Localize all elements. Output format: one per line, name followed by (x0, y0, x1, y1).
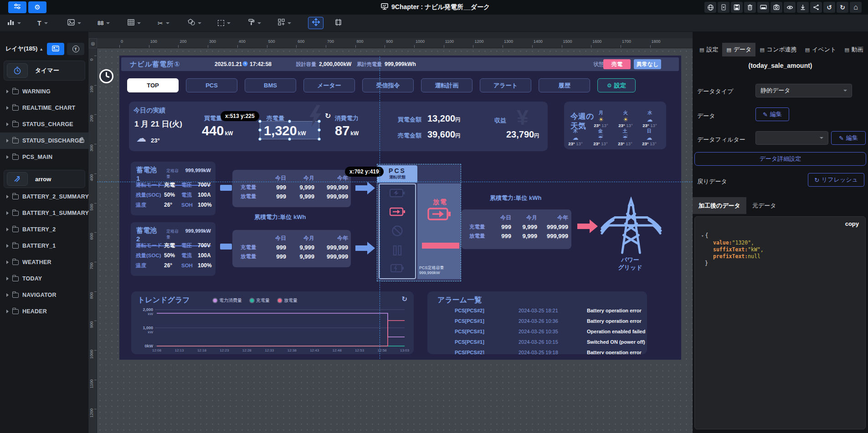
dashboard-tab[interactable]: ⚙ 設定 (597, 78, 636, 92)
inspector-tab[interactable]: ▤ 設定 (695, 43, 722, 56)
lock-icon[interactable] (79, 137, 84, 144)
chevron-right-icon[interactable] (6, 277, 9, 280)
layer-row[interactable]: HEADER (0, 303, 89, 320)
horizontal-ruler[interactable]: 0100200300400500600700800900100011001200… (97, 38, 693, 48)
tool-artboard[interactable] (334, 19, 342, 28)
layer-row[interactable]: REALTIME_CHART (0, 100, 89, 116)
today-panel[interactable]: 今日の実績 1 月 21 日(火) ☁ 23° 買電量 440kW 売電量 1,… (129, 102, 548, 151)
layer-row[interactable]: BATTERY_2 (0, 221, 89, 238)
inspector-tab[interactable]: ▤ イベント (801, 43, 841, 56)
settings-toggle-button[interactable]: ⚙ (28, 1, 46, 13)
refresh-icon[interactable]: ↻ (325, 112, 331, 120)
energy-table-3[interactable]: 今日今月今年 充電量9999,999999,999放電量9999,999999,… (461, 209, 571, 249)
arrow-component-item[interactable]: arrow (4, 170, 85, 188)
chevron-right-icon[interactable] (6, 90, 9, 93)
data-filter-select[interactable] (755, 131, 828, 145)
chevron-right-icon[interactable] (6, 155, 9, 159)
dashboard-tab[interactable]: ⚙ 履歴 (539, 78, 590, 92)
export-excel-icon[interactable] (718, 2, 729, 13)
trend-panel[interactable]: トレンドグラフ 電力消費量充電量放電量 ↻ 2,000kW1,000kW0kW1… (131, 291, 414, 354)
dashboard-tab[interactable]: ⚙ メーター (303, 78, 355, 92)
share-icon[interactable] (810, 2, 822, 13)
tool-table[interactable] (128, 19, 158, 27)
dashboard-tab[interactable]: ⚙ TOP (127, 78, 179, 92)
result-tab[interactable]: 元データ (746, 197, 782, 214)
dashboard-tab[interactable]: ⚙ 運転計画 (421, 78, 473, 92)
energy-table-1[interactable]: 今日今月今年 充電量9999,999999,999放電量9999,999999,… (232, 170, 351, 207)
copy-button[interactable]: copy (845, 220, 859, 227)
layer-row[interactable]: PCS_MAIN (0, 149, 89, 165)
data-type-select[interactable]: 静的データ (755, 84, 852, 97)
dashboard-artboard[interactable]: ナビル蓄電所① 2025.01.21 17:42:58 設計容量2,000,00… (119, 56, 681, 360)
chevron-right-icon[interactable] (6, 260, 9, 264)
chevron-right-icon[interactable] (6, 122, 9, 126)
energy-table-2[interactable]: 今日今月今年 充電量9999,999999,999放電量9999,999999,… (232, 230, 351, 267)
tool-number[interactable]: 88 (98, 20, 128, 26)
globe-icon[interactable] (704, 2, 716, 13)
chevron-right-icon[interactable] (6, 139, 9, 143)
layer-view-card-button[interactable] (47, 43, 64, 55)
tool-widgets[interactable] (278, 19, 308, 27)
dashboard-tab[interactable]: ⚙ BMS (245, 78, 296, 92)
display-icon[interactable] (757, 2, 769, 13)
tool-fill[interactable] (248, 19, 278, 27)
preview-eye-icon[interactable] (784, 2, 796, 13)
tool-image[interactable] (67, 19, 98, 27)
dashboard-tab[interactable]: ⚙ アラート (480, 78, 531, 92)
layer-row[interactable]: WARNING (0, 83, 89, 100)
undo-icon[interactable]: ↺ (823, 2, 835, 13)
legend-item[interactable]: 電力消費量 (213, 297, 242, 304)
code-viewer[interactable]: copy ▾{ value:"1320",suffixText:"kW",pre… (694, 216, 866, 429)
alarm-row[interactable]: PCS[PCS#1]2024-03-26 10:15Switched ON (p… (427, 336, 647, 347)
tool-scissors[interactable]: ✂ (158, 20, 188, 27)
data-detail-button[interactable]: データ詳細設定 (694, 152, 866, 166)
tool-text[interactable]: T (37, 20, 67, 27)
layer-view-text-button[interactable]: T (67, 43, 84, 55)
legend-item[interactable]: 放電量 (278, 297, 298, 304)
alarm-panel[interactable]: アラーム一覧 PCS[PCS#2]2024-03-25 18:21Battery… (427, 291, 647, 354)
battery2-panel[interactable]: 蓄電池 2定格容量999,999kW 運転モード充電電圧700V残量(SOC)5… (131, 222, 216, 276)
vertical-ruler[interactable]: 0100200300400500600700800900100011001200… (89, 48, 97, 433)
inspector-tab[interactable]: ▤ データ (722, 43, 755, 56)
chevron-right-icon[interactable] (6, 244, 9, 248)
legend-item[interactable]: 充電量 (250, 297, 270, 304)
filter-edit-button[interactable]: ✎編集 (831, 131, 866, 145)
dashboard-tab[interactable]: ⚙ PCS (186, 78, 237, 92)
layers-toggle-button[interactable] (8, 1, 26, 13)
tool-shape[interactable] (188, 19, 218, 27)
tool-move-active[interactable] (308, 17, 324, 29)
alarm-row[interactable]: PCS[PCS#2]2024-03-25 18:21Battery operat… (427, 305, 647, 316)
collapse-caret-icon[interactable]: ▾ (701, 234, 704, 238)
layer-row[interactable]: STATUS_DISCHARGE (0, 132, 89, 149)
alarm-row[interactable]: PCS[PCS#1]2024-03-26 10:35Operation enab… (427, 326, 647, 336)
inspector-tab[interactable]: ▤ コンボ連携 (755, 43, 801, 56)
inspector-tab[interactable]: ▤ 動画 (840, 43, 867, 56)
tool-chart[interactable] (7, 19, 37, 27)
timer-widget[interactable] (98, 67, 115, 86)
chevron-right-icon[interactable] (6, 310, 9, 313)
ruler-origin-button[interactable]: ◎ (89, 38, 97, 48)
layer-row[interactable]: BATTERY_1 (0, 238, 89, 254)
weather-panel[interactable]: 今週の天気 月 ☀ 23° 13° 火 ☀ 23° 13° 水 ☁ 23° 13… (564, 102, 666, 149)
redo-icon[interactable]: ↻ (837, 2, 848, 13)
timer-component-item[interactable]: タイマー (4, 61, 85, 81)
layer-row[interactable]: WEATHER (0, 254, 89, 270)
save-icon[interactable] (731, 2, 743, 13)
refresh-button[interactable]: ↻リフレッシュ (808, 173, 864, 187)
layer-row[interactable]: BATTERY_1_SUMMARY (0, 205, 89, 221)
chevron-right-icon[interactable] (6, 195, 9, 199)
status-badge-normal[interactable]: 異常なし (634, 59, 661, 69)
battery1-panel[interactable]: 蓄電池 1定格容量999,999kW 運転モード充電電圧700V残量(SOC)5… (131, 162, 216, 215)
chevron-right-icon[interactable] (6, 228, 9, 231)
design-canvas[interactable]: ナビル蓄電所① 2025.01.21 17:42:58 設計容量2,000,00… (97, 48, 693, 433)
trend-refresh-icon[interactable]: ↻ (401, 295, 407, 303)
layers-header[interactable]: レイヤ(185)▲ (5, 45, 43, 53)
alarm-row[interactable]: PCS[PCS#1]2024-03-26 10:36Battery operat… (427, 316, 647, 326)
layer-row[interactable]: NAVIGATOR (0, 287, 89, 303)
chevron-right-icon[interactable] (6, 293, 9, 297)
chevron-right-icon[interactable] (6, 211, 9, 215)
snapshot-icon[interactable] (770, 2, 782, 13)
dashboard-tab[interactable]: ⚙ 受信指令 (362, 78, 414, 92)
layer-row[interactable]: TODAY (0, 270, 89, 287)
status-badge-sell[interactable]: 売電 (603, 59, 631, 69)
